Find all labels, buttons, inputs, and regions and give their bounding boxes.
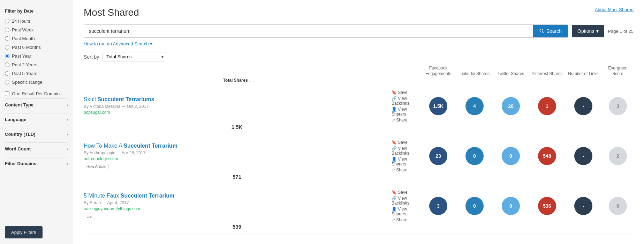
language-filter[interactable]: Language ›	[5, 113, 68, 126]
linkedin-stat: 0	[465, 147, 484, 165]
result-title[interactable]: 5 Minute Faux Succulent Terrarium	[84, 193, 387, 199]
evergreen-stat: 3	[609, 97, 627, 115]
filter-by-date-title: Filter by Date	[5, 8, 68, 14]
options-dropdown-icon: ▾	[596, 28, 599, 34]
search-input-wrap: Search	[84, 24, 568, 38]
view-sharers-action[interactable]: 👤 View Sharers	[392, 157, 419, 167]
main-content: Most Shared About Most Shared Search Opt…	[73, 0, 644, 244]
links-stat: -	[574, 147, 592, 165]
linkedin-stat: 0	[465, 197, 484, 215]
result-row: 5 Minute Faux Succulent TerrariumBy Sara…	[84, 185, 634, 235]
view-sharers-action[interactable]: 👤 View Sharers	[392, 107, 419, 117]
page-title: Most Shared	[84, 7, 139, 18]
word-count-chevron-icon: ›	[67, 147, 68, 151]
result-actions: 🔖 Save🔗 View Backlinks👤 View Sharers↗ Sh…	[392, 190, 419, 222]
share-action[interactable]: ↗ Share	[392, 217, 419, 222]
sort-arrow-icon: ↓	[249, 78, 251, 82]
country-tld-filter[interactable]: Country (TLD) ›	[5, 128, 68, 140]
result-meta: By Sarah — Apr 4, 2017	[84, 200, 387, 205]
main-header: Most Shared About Most Shared	[84, 7, 634, 18]
result-info: Skull Succulent TerrariumsBy Victoria Me…	[84, 96, 390, 116]
evergreen-stat: 2	[609, 147, 627, 165]
result-meta: By Anthropologie — Apr 28, 2017	[84, 150, 387, 155]
pinterest-stat: 1	[538, 97, 556, 115]
apply-filters-button[interactable]: Apply Filters	[5, 226, 43, 238]
result-url[interactable]: makingjoyandprettythings.com	[84, 206, 387, 211]
result-title[interactable]: Skull Succulent Terrariums	[84, 96, 387, 103]
sort-row: Sort by Total Shares Facebook Engagement…	[84, 52, 634, 61]
result-url[interactable]: anthropologie.com	[84, 156, 387, 161]
content-type-filter[interactable]: Content Type ›	[5, 98, 68, 111]
advanced-search-chevron-icon: ▾	[150, 41, 152, 46]
svg-line-1	[543, 32, 544, 33]
links-stat: -	[574, 97, 592, 115]
facebook-stat: 3	[429, 197, 447, 215]
date-option-week[interactable]: Past Week	[5, 27, 68, 33]
content-type-chevron-icon: ›	[67, 103, 68, 108]
columns-header: Facebook Engagements Linkedin Shares Twi…	[84, 63, 634, 85]
facebook-stat: 23	[429, 147, 447, 165]
view-backlinks-action[interactable]: 🔗 View Backlinks	[392, 96, 419, 106]
result-row: How To Make A Succulent TerrariumBy Anth…	[84, 135, 634, 185]
search-button-label: Search	[546, 28, 562, 34]
options-button[interactable]: Options ▾	[572, 25, 604, 37]
word-count-filter[interactable]: Word Count ›	[5, 142, 68, 155]
col-header-pinterest: Pinterest Shares	[530, 71, 565, 77]
date-option-year[interactable]: Past Year	[5, 53, 68, 59]
view-backlinks-action[interactable]: 🔗 View Backlinks	[392, 196, 419, 206]
search-row: Search Options ▾ Page 1 of 25	[84, 24, 634, 38]
col-header-facebook: Facebook Engagements	[421, 66, 456, 76]
svg-point-0	[540, 29, 543, 32]
twitter-stat: 0	[502, 147, 520, 165]
result-info: How To Make A Succulent TerrariumBy Anth…	[84, 143, 390, 169]
twitter-stat: 26	[502, 97, 520, 115]
results-container: Skull Succulent TerrariumsBy Victoria Me…	[84, 85, 634, 235]
country-tld-chevron-icon: ›	[67, 132, 68, 137]
filter-domains-filter[interactable]: Filter Domains ›	[5, 157, 68, 170]
view-sharers-action[interactable]: 👤 View Sharers	[392, 207, 419, 216]
search-icon	[539, 29, 544, 34]
result-url[interactable]: popsugar.com	[84, 110, 387, 115]
result-title[interactable]: How To Make A Succulent Terrarium	[84, 143, 387, 149]
language-chevron-icon: ›	[67, 117, 68, 122]
date-option-6months[interactable]: Past 6 Months	[5, 44, 68, 51]
tag-badge: List	[84, 214, 95, 219]
result-actions: 🔖 Save🔗 View Backlinks👤 View Sharers↗ Sh…	[392, 90, 419, 123]
search-input[interactable]	[84, 25, 533, 37]
filter-domains-chevron-icon: ›	[67, 161, 68, 166]
date-option-range[interactable]: Specific Range	[5, 79, 68, 86]
save-action[interactable]: 🔖 Save	[392, 140, 419, 145]
save-action[interactable]: 🔖 Save	[392, 190, 419, 195]
sort-select[interactable]: Total Shares Facebook Engagements Twitte…	[103, 52, 166, 61]
search-button[interactable]: Search	[533, 25, 568, 37]
view-backlinks-action[interactable]: 🔗 View Backlinks	[392, 146, 419, 156]
one-result-per-domain-checkbox[interactable]: One Result Per Domain	[5, 91, 68, 96]
total-shares-val: 539	[84, 224, 390, 230]
result-meta: By Victoria Messina — Oct 2, 2017	[84, 104, 387, 109]
total-shares-val: 1.5K	[84, 124, 390, 130]
date-option-2years[interactable]: Past 2 Years	[5, 61, 68, 68]
pinterest-stat: 536	[538, 197, 556, 215]
col-header-total[interactable]: Total Shares ↓	[84, 78, 390, 83]
result-info: 5 Minute Faux Succulent TerrariumBy Sara…	[84, 193, 390, 219]
about-most-shared-link[interactable]: About Most Shared	[595, 7, 634, 12]
links-stat: -	[574, 197, 592, 215]
share-action[interactable]: ↗ Share	[392, 118, 419, 123]
result-row: Skull Succulent TerrariumsBy Victoria Me…	[84, 85, 634, 135]
col-header-links: Number of Links	[566, 71, 601, 77]
twitter-stat: 0	[502, 197, 520, 215]
date-option-month[interactable]: Past Month	[5, 35, 68, 42]
col-header-linkedin: Linkedin Shares	[457, 71, 492, 77]
facebook-stat: 1.5K	[429, 97, 447, 115]
advanced-search-link[interactable]: How to run an Advanced Search ▾	[84, 41, 634, 46]
total-shares-val: 571	[84, 174, 390, 180]
sort-select-wrap: Total Shares Facebook Engagements Twitte…	[103, 52, 166, 61]
options-button-label: Options	[577, 28, 594, 34]
sort-by-label: Sort by	[84, 54, 99, 60]
share-action[interactable]: ↗ Share	[392, 168, 419, 172]
col-header-twitter: Twitter Shares	[493, 71, 528, 77]
result-actions: 🔖 Save🔗 View Backlinks👤 View Sharers↗ Sh…	[392, 140, 419, 172]
save-action[interactable]: 🔖 Save	[392, 90, 419, 95]
date-option-24h[interactable]: 24 Hours	[5, 18, 68, 24]
date-option-5years[interactable]: Past 5 Years	[5, 70, 68, 77]
